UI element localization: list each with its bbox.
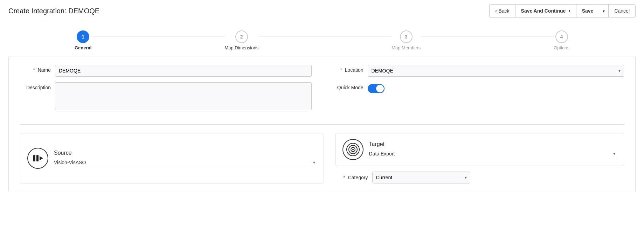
chevron-down-icon — [603, 8, 605, 14]
source-svg-icon — [32, 152, 44, 164]
steps-container: 1 General 2 Map Dimensions 3 Map Members… — [0, 22, 644, 56]
save-dropdown-button[interactable] — [599, 4, 608, 18]
form-left: * Name Description — [20, 65, 312, 116]
quick-mode-row: Quick Mode — [333, 82, 624, 93]
location-select-wrapper: DEMOQE ▾ — [368, 65, 624, 77]
form-right: * Location DEMOQE ▾ Quick Mode — [333, 65, 624, 116]
step-1-circle: 1 — [77, 30, 89, 43]
quick-mode-label: Quick Mode — [333, 82, 368, 90]
step-1[interactable]: 1 General — [75, 30, 91, 50]
source-title: Source — [54, 150, 317, 156]
form-section: * Name Description * Location — [20, 65, 624, 125]
steps-row: 1 General 2 Map Dimensions 3 Map Members… — [75, 30, 569, 50]
step-4[interactable]: 4 Options — [554, 30, 569, 50]
step-2-label: Map Dimensions — [224, 45, 258, 50]
name-label: * Name — [20, 65, 55, 73]
source-icon — [27, 148, 48, 169]
svg-marker-2 — [40, 156, 43, 160]
category-select[interactable]: Current — [372, 172, 470, 183]
quick-mode-toggle-wrapper — [368, 82, 385, 93]
chevron-left-icon — [495, 8, 497, 14]
category-required-star: * — [343, 175, 345, 180]
name-row: * Name — [20, 65, 312, 77]
target-select-wrapper: Data Export ▾ — [369, 150, 617, 158]
save-and-continue-button[interactable]: Save And Continue — [515, 4, 576, 18]
category-row: * Category Current ▾ — [335, 172, 624, 183]
step-3[interactable]: 3 Map Members — [392, 30, 421, 50]
header-actions: Back Save And Continue Save Cancel — [489, 4, 636, 18]
source-card-body: Source Vision-VisASO ▾ — [54, 150, 317, 167]
right-extra: Target Data Export ▾ * Category — [335, 133, 624, 183]
svg-rect-0 — [33, 155, 35, 161]
step-line-2 — [258, 36, 392, 36]
svg-point-6 — [352, 149, 354, 150]
source-card: Source Vision-VisASO ▾ — [20, 133, 324, 183]
step-2-circle: 2 — [235, 30, 248, 43]
description-row: Description — [20, 82, 312, 110]
category-label: * Category — [341, 175, 372, 180]
source-select-wrapper: Vision-VisASO ▾ — [54, 158, 317, 167]
target-title: Target — [369, 141, 617, 147]
cancel-button[interactable]: Cancel — [608, 4, 636, 18]
location-select[interactable]: DEMOQE — [368, 65, 624, 77]
chevron-right-icon — [567, 8, 570, 14]
location-required-star: * — [340, 67, 342, 73]
step-1-label: General — [75, 45, 91, 50]
name-required-star: * — [33, 67, 35, 73]
target-svg-icon — [346, 143, 360, 157]
location-row: * Location DEMOQE ▾ — [333, 65, 624, 77]
main-content: * Name Description * Location — [8, 56, 636, 192]
category-select-wrapper: Current ▾ — [372, 172, 470, 183]
quick-mode-toggle[interactable] — [368, 84, 385, 93]
source-select[interactable]: Vision-VisASO — [54, 158, 317, 167]
svg-rect-1 — [36, 155, 39, 161]
location-label: * Location — [333, 65, 368, 73]
step-4-label: Options — [554, 45, 569, 50]
step-3-circle: 3 — [400, 30, 413, 43]
save-button[interactable]: Save — [576, 4, 599, 18]
target-icon — [342, 139, 363, 160]
source-target-section: Source Vision-VisASO ▾ — [20, 133, 624, 183]
step-line-3 — [421, 36, 554, 36]
step-2[interactable]: 2 Map Dimensions — [224, 30, 258, 50]
back-button[interactable]: Back — [489, 4, 515, 18]
description-textarea[interactable] — [55, 82, 312, 110]
toggle-knob — [376, 85, 384, 92]
target-card-body: Target Data Export ▾ — [369, 141, 617, 158]
target-select[interactable]: Data Export — [369, 150, 617, 158]
step-line-1 — [91, 36, 224, 36]
target-card: Target Data Export ▾ — [335, 133, 624, 166]
header: Create Integration: DEMOQE Back Save And… — [0, 0, 644, 22]
name-input[interactable] — [55, 65, 312, 77]
description-label: Description — [20, 82, 55, 90]
step-4-circle: 4 — [555, 30, 568, 43]
step-3-label: Map Members — [392, 45, 421, 50]
page-title: Create Integration: DEMOQE — [8, 7, 99, 15]
